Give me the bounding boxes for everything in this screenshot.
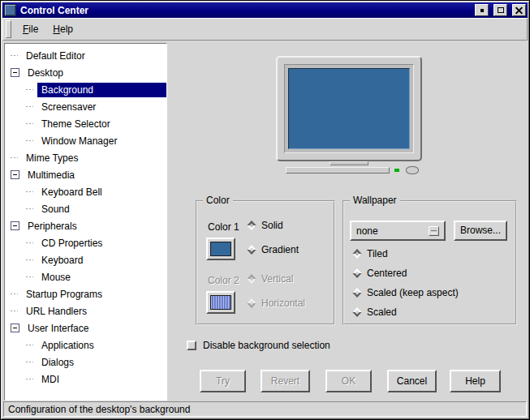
sidebar-item-label: CD Properties	[37, 236, 106, 251]
color1-label: Color 1	[208, 221, 239, 233]
color1-swatch	[210, 242, 231, 256]
monitor-preview	[276, 56, 422, 161]
ok-button[interactable]: OK	[325, 370, 372, 392]
sidebar-item-label: Theme Selector	[37, 117, 114, 131]
radio-gradient[interactable]: Gradient	[246, 243, 299, 256]
radio-scaled-keep-aspect[interactable]: Scaled (keep aspect)	[351, 286, 459, 299]
wallpaper-group: Wallpaper none Browse... Tiled Centered …	[343, 200, 517, 325]
radio-label: Centered	[367, 268, 407, 279]
radio-label: Scaled	[367, 306, 397, 318]
collapse-expander-icon[interactable]	[11, 324, 19, 332]
menubar-grip-handle[interactable]	[6, 20, 11, 38]
radio-tiled[interactable]: Tiled	[351, 247, 388, 260]
radio-label: Solid	[261, 220, 283, 231]
color2-label: Color 2	[208, 275, 239, 286]
sidebar-item-cd-properties[interactable]: CD Properties	[5, 234, 166, 251]
try-button-label: Try	[216, 375, 230, 387]
collapse-expander-icon[interactable]	[11, 68, 19, 77]
tree-branch-icon	[26, 362, 33, 362]
tree-branch-icon	[11, 294, 18, 294]
tree-branch-icon	[26, 259, 33, 260]
sidebar-item-default-editor[interactable]: Default Editor	[5, 47, 166, 64]
sidebar-item-sound[interactable]: Sound	[5, 200, 166, 217]
browse-button-label: Browse...	[460, 225, 501, 236]
sidebar-item-keyboard[interactable]: Keyboard	[5, 251, 166, 268]
monitor-stand	[330, 161, 368, 165]
radio-label: Gradient	[261, 244, 299, 255]
sidebar-item-label: Mime Types	[22, 151, 82, 165]
tree-branch-icon	[11, 311, 18, 311]
radio-label: Vertical	[261, 273, 293, 285]
sidebar-item-startup-programs[interactable]: Startup Programs	[5, 285, 166, 302]
radio-button-icon	[247, 245, 256, 254]
wallpaper-select[interactable]: none	[350, 221, 446, 241]
tree-branch-icon	[26, 89, 33, 90]
statusbar: Configuration of the desktop's backgroun…	[3, 401, 527, 417]
color-group-title: Color	[203, 195, 233, 206]
sidebar-item-mdi[interactable]: MDI	[5, 371, 166, 388]
sidebar-item-url-handlers[interactable]: URL Handlers	[5, 302, 166, 319]
help-button[interactable]: Help	[450, 370, 501, 392]
sidebar-item-multimedia[interactable]: Multimedia	[5, 166, 166, 183]
sidebar-item-theme-selector[interactable]: Theme Selector	[5, 115, 166, 132]
menu-help[interactable]: Help	[45, 20, 80, 38]
menu-file[interactable]: File	[15, 20, 45, 38]
collapse-expander-icon[interactable]	[11, 170, 19, 179]
collapse-expander-icon[interactable]	[11, 221, 19, 230]
sidebar-item-dialogs[interactable]: Dialogs	[5, 354, 166, 371]
ok-button-label: OK	[342, 375, 355, 387]
sidebar-item-applications[interactable]: Applications	[5, 336, 166, 354]
sidebar-item-label: Multimedia	[24, 168, 79, 182]
browse-button[interactable]: Browse...	[454, 221, 507, 241]
sidebar-item-label: User Interface	[24, 321, 93, 336]
monitor-bezel	[284, 64, 414, 153]
sidebar-item-background[interactable]: Background	[5, 81, 166, 98]
try-button[interactable]: Try	[200, 370, 246, 392]
sidebar-item-label: Dialogs	[37, 355, 78, 370]
close-button[interactable]	[512, 4, 526, 16]
radio-button-icon	[352, 249, 361, 258]
color1-picker-button[interactable]	[206, 238, 235, 260]
sidebar-item-desktop[interactable]: Desktop	[5, 64, 166, 81]
color-group: Color Color 1 Solid Gradient Color 2 Ver…	[196, 200, 335, 325]
titlebar[interactable]: Control Center	[2, 2, 528, 18]
control-center-window: Control Center File Help Default Editor …	[0, 0, 530, 420]
radio-centered[interactable]: Centered	[351, 267, 407, 280]
sidebar-item-keyboard-bell[interactable]: Keyboard Bell	[5, 183, 166, 200]
tree-branch-icon	[26, 379, 33, 379]
sidebar-item-label: Peripherals	[24, 219, 81, 234]
sidebar-item-window-manager[interactable]: Window Manager	[5, 132, 166, 149]
sidebar-item-screensaver[interactable]: Screensaver	[5, 98, 166, 115]
option-menu-indicator-icon	[429, 226, 439, 236]
sidebar-item-user-interface[interactable]: User Interface	[5, 319, 166, 336]
cancel-button[interactable]: Cancel	[387, 370, 437, 392]
radio-button-icon	[352, 288, 361, 297]
disable-background-checkbox[interactable]: Disable background selection	[187, 340, 330, 351]
radio-scaled[interactable]: Scaled	[351, 306, 397, 319]
sidebar-item-label: Desktop	[24, 66, 67, 80]
minimize-button[interactable]	[475, 4, 489, 16]
sidebar-item-peripherals[interactable]: Peripherals	[5, 217, 166, 234]
sidebar-item-label: Sound	[37, 202, 74, 216]
statusbar-text: Configuration of the desktop's backgroun…	[8, 404, 190, 415]
maximize-button[interactable]	[493, 4, 507, 16]
sidebar-item-mime-types[interactable]: Mime Types	[5, 149, 166, 166]
tree-branch-icon	[26, 208, 33, 209]
radio-vertical[interactable]: Vertical	[246, 272, 293, 285]
sidebar-item-label: Background	[37, 83, 166, 97]
sidebar-item-mouse[interactable]: Mouse	[5, 268, 166, 285]
checkbox-icon	[187, 341, 196, 350]
wallpaper-select-value: none	[356, 225, 378, 237]
tree-branch-icon	[26, 123, 33, 124]
radio-solid[interactable]: Solid	[246, 219, 283, 232]
monitor-screen-preview	[288, 68, 410, 149]
sidebar-item-label: Applications	[37, 338, 98, 353]
sidebar-item-label: Mouse	[37, 270, 75, 285]
revert-button[interactable]: Revert	[261, 370, 310, 392]
radio-horizontal[interactable]: Horizontal	[246, 297, 305, 310]
radio-button-icon	[352, 307, 361, 316]
tree-branch-icon	[26, 191, 33, 192]
maximize-icon	[498, 7, 504, 13]
color2-picker-button[interactable]	[206, 291, 235, 314]
background-settings-panel: Color Color 1 Solid Gradient Color 2 Ver…	[167, 43, 528, 401]
